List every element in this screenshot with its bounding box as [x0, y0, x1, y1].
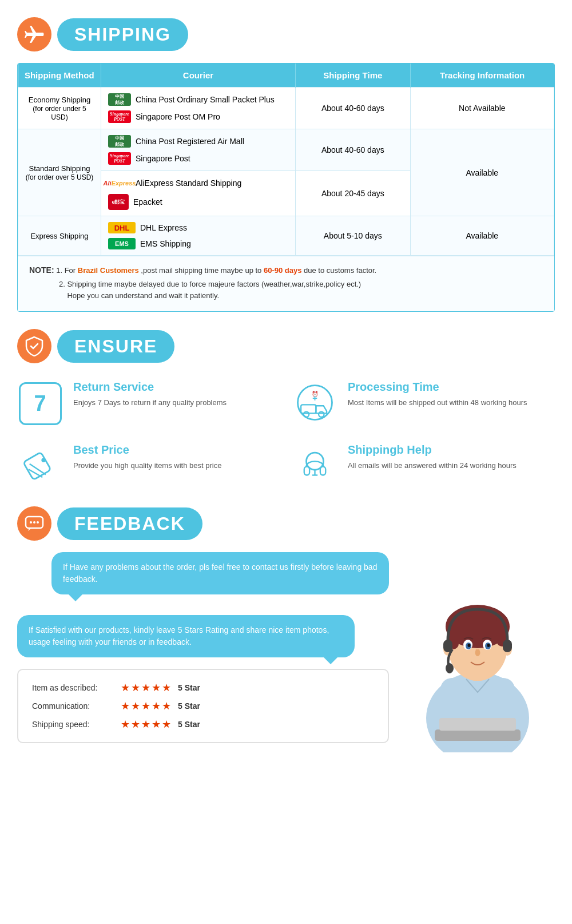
help-title: Shippingb Help [348, 443, 517, 457]
shipping-icon-circle [17, 17, 51, 51]
shipping-note: NOTE: 1. For Brazil Customers ,post mail… [18, 256, 554, 311]
feedback-bubble-2: If Satisfied with our products, kindly l… [17, 615, 355, 657]
feedback-bubble-1: If Have any problems about the order, pl… [51, 552, 389, 594]
rating-box: Item as described: ★★★★★ 5 Star Communic… [17, 669, 389, 743]
express-method: Express Shipping [18, 216, 101, 256]
courier-name: Singapore Post OM Pro [136, 112, 220, 121]
ensure-icon-circle [17, 329, 51, 363]
tag-icon [17, 443, 63, 489]
svg-rect-13 [304, 466, 309, 475]
rating-value-described: 5 Star [178, 683, 200, 692]
note-line-2: 2. Shipping time maybe delayed due to fo… [59, 279, 543, 301]
rating-label-communication: Communication: [32, 701, 115, 711]
headset-icon [292, 443, 337, 489]
return-desc: Enjoys 7 Days to return if any quality p… [73, 397, 227, 409]
shipping-header: SHIPPING [17, 17, 555, 51]
rating-row-described: Item as described: ★★★★★ 5 Star [32, 681, 374, 694]
ensure-item-return: 7 Return Service Enjoys 7 Days to return… [17, 380, 280, 426]
price-title: Best Price [73, 443, 221, 457]
svg-line-9 [29, 463, 45, 474]
rating-value-communication: 5 Star [178, 701, 200, 711]
customer-service-illustration [400, 552, 555, 752]
svg-point-19 [33, 521, 35, 524]
ensure-item-help: Shippingb Help All emails will be answer… [292, 443, 555, 489]
standard-method: Standard Shipping(for order over 5 USD) [18, 129, 101, 216]
svg-rect-37 [503, 640, 512, 652]
svg-rect-8 [23, 452, 51, 480]
table-header-row: Shipping Method Courier Shipping Time Tr… [18, 64, 554, 88]
aliexpress-logo: AliExpress [108, 177, 131, 189]
seven-icon: 7 [17, 380, 63, 426]
rating-row-shipping: Shipping speed: ★★★★★ 5 Star [32, 718, 374, 731]
ensure-section: 7 Return Service Enjoys 7 Days to return… [17, 380, 555, 489]
economy-method: Economy Shipping(for order under 5 USD) [18, 88, 101, 129]
ensure-title-badge: ENSURE [57, 330, 174, 363]
shield-icon [25, 336, 43, 356]
courier-name: China Post Ordinary Small Packet Plus [136, 95, 275, 104]
svg-point-35 [487, 644, 490, 647]
singpost-logo: SingaporePOST [108, 110, 131, 123]
svg-point-18 [30, 521, 32, 524]
standard-tracking: Available [410, 129, 554, 216]
shipping-table-container: Shipping Method Courier Shipping Time Tr… [17, 63, 555, 312]
svg-point-5 [319, 411, 324, 417]
svg-point-20 [37, 521, 39, 524]
shipping-title: SHIPPING [74, 24, 171, 45]
svg-point-0 [297, 385, 332, 419]
courier-name: AliExpress Standard Shipping [136, 179, 241, 188]
rating-row-communication: Communication: ★★★★★ 5 Star [32, 700, 374, 712]
feedback-title: FEEDBACK [74, 513, 185, 534]
bubble-1-text: If Have any problems about the order, pl… [63, 562, 377, 584]
ensure-grid: 7 Return Service Enjoys 7 Days to return… [17, 380, 555, 489]
courier-name: DHL Express [140, 223, 187, 232]
col-method: Shipping Method [18, 64, 101, 88]
rating-stars-communication: ★★★★★ [121, 700, 172, 712]
return-title: Return Service [73, 380, 227, 394]
feedback-header: FEEDBACK [17, 506, 555, 541]
col-time: Shipping Time [296, 64, 411, 88]
rating-label-described: Item as described: [32, 683, 115, 692]
feedback-title-badge: FEEDBACK [57, 507, 202, 540]
feedback-layout: If Have any problems about the order, pl… [17, 552, 555, 752]
ensure-item-processing: ⏰ Processing Time Most Items will be shi… [292, 380, 555, 426]
svg-point-38 [446, 663, 454, 673]
svg-point-4 [303, 411, 308, 417]
help-desc: All emails will be answered within 24 wo… [348, 460, 517, 471]
ensure-title: ENSURE [74, 336, 157, 357]
express-couriers: DHL DHL Express EMS EMS Shipping [101, 216, 296, 256]
courier-name: EMS Shipping [140, 239, 191, 248]
shipping-title-badge: SHIPPING [57, 18, 188, 51]
processing-title: Processing Time [348, 380, 527, 394]
svg-point-34 [468, 644, 471, 647]
shipping-table: Shipping Method Courier Shipping Time Tr… [18, 64, 554, 256]
plane-icon [25, 25, 44, 44]
col-tracking: Tracking Information [410, 64, 554, 88]
rating-value-shipping: 5 Star [178, 720, 200, 729]
bubble-2-text: If Satisfied with our products, kindly l… [29, 625, 329, 647]
ensure-header: ENSURE [17, 329, 555, 363]
courier-name: China Post Registered Air Mall [136, 137, 244, 146]
table-row: Express Shipping DHL DHL Express EMS EMS… [18, 216, 554, 256]
col-courier: Courier [101, 64, 296, 88]
truck-icon: ⏰ [292, 380, 337, 426]
ems-logo: EMS [108, 238, 136, 249]
note-line-1: NOTE: 1. For Brazil Customers ,post mail… [29, 264, 543, 276]
economy-time: About 40-60 days [296, 88, 411, 129]
rating-stars-shipping: ★★★★★ [121, 718, 172, 731]
singpost-logo2: SingaporePOST [108, 152, 131, 165]
chinapost-logo: 中国邮政 [108, 93, 131, 106]
chat-icon [25, 515, 44, 532]
dhl-logo: DHL [108, 222, 136, 233]
processing-desc: Most Items will be shipped out within 48… [348, 397, 527, 409]
chinapost-logo2: 中国邮政 [108, 135, 131, 148]
ensure-item-price: Best Price Provide you high quality item… [17, 443, 280, 489]
table-row: Economy Shipping(for order under 5 USD) … [18, 88, 554, 129]
standard-time-2: About 20-45 days [296, 171, 411, 216]
epacket-logo: e邮宝 [108, 194, 129, 210]
courier-name: Epacket [133, 197, 162, 207]
economy-tracking: Not Available [410, 88, 554, 129]
svg-rect-14 [320, 466, 325, 475]
standard-time-1: About 40-60 days [296, 129, 411, 171]
economy-couriers: 中国邮政 China Post Ordinary Small Packet Pl… [101, 88, 296, 129]
price-desc: Provide you high quality items with best… [73, 460, 221, 471]
